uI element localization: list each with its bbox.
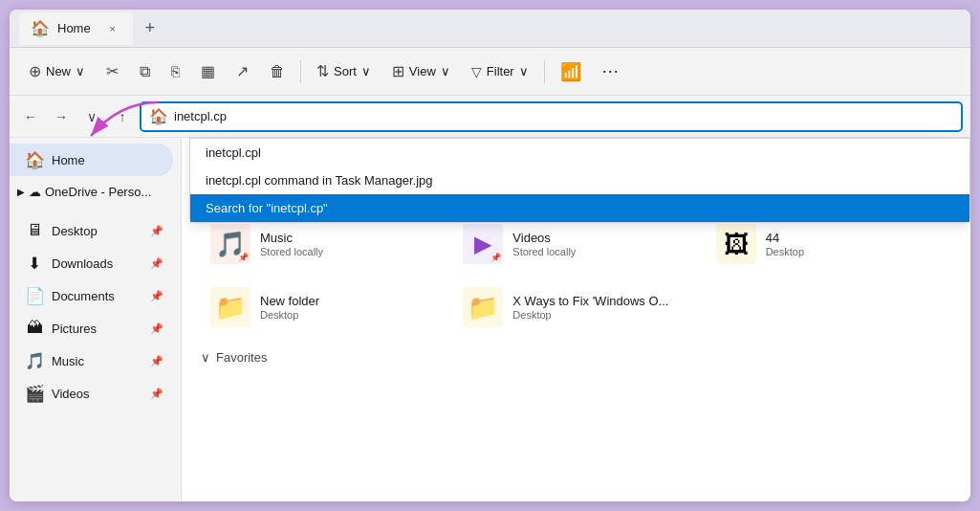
- tab-close-button[interactable]: ×: [104, 20, 121, 37]
- sidebar-desktop-label: Desktop: [52, 224, 98, 238]
- address-input[interactable]: [174, 109, 953, 123]
- sort-button[interactable]: ⇅ Sort ∨: [307, 55, 381, 89]
- rename-button[interactable]: ▦: [191, 55, 225, 89]
- folder-icon-7: 📁: [468, 293, 498, 322]
- tab-home[interactable]: 🏠 Home ×: [19, 12, 133, 45]
- folder-icon-wrap-7: 📁: [463, 287, 503, 327]
- folder-item-5[interactable]: 🖼 44 Desktop: [707, 216, 951, 272]
- folder-item-6[interactable]: 📁 New folder Desktop: [201, 279, 446, 335]
- folder-info-5: 44 Desktop: [766, 231, 804, 257]
- sidebar-item-downloads[interactable]: ⬇ Downloads 📌: [10, 247, 173, 279]
- cut-button[interactable]: ✂: [97, 55, 128, 89]
- sidebar-music-label: Music: [52, 354, 84, 368]
- videos-sidebar-icon: 🎬: [25, 384, 44, 404]
- favorites-section-header[interactable]: ∨ Favorites: [201, 350, 951, 365]
- sidebar-item-pictures[interactable]: 🏔 Pictures 📌: [10, 312, 173, 344]
- sidebar-onedrive-label: OneDrive - Perso...: [45, 185, 151, 199]
- folder-info-4: Videos Stored locally: [512, 231, 576, 257]
- downloads-pin-icon: 📌: [150, 257, 163, 270]
- favorites-chevron: ∨: [201, 350, 210, 365]
- sidebar-expand-onedrive[interactable]: ▶ ☁ OneDrive - Perso...: [10, 176, 181, 207]
- wifi-icon: 📶: [560, 61, 581, 82]
- toolbar: ⊕ New ∨ ✂ ⧉ ⎘ ▦ ↗ 🗑 ⇅ Sort ∨ ⊞ View: [10, 48, 970, 96]
- dropdown-item-0[interactable]: inetcpl.cpl: [190, 139, 969, 167]
- folder-icon-6: 📁: [215, 293, 246, 322]
- folder-item-3[interactable]: 🎵 📌 Music Stored locally: [201, 216, 446, 272]
- file-explorer-window: 🏠 Home × + ⊕ New ∨ ✂ ⧉ ⎘ ▦ ↗ 🗑: [10, 10, 970, 501]
- folder-icon-wrap-4: ▶ 📌: [463, 224, 503, 264]
- folder-name-4: Videos: [512, 231, 576, 245]
- wifi-button[interactable]: 📶: [551, 55, 591, 89]
- folder-info-6: New folder Desktop: [260, 294, 319, 321]
- sidebar: 🏠 Home ▶ ☁ OneDrive - Perso... 🖥 Desktop…: [10, 138, 182, 501]
- folder-icon-wrap-6: 📁: [210, 287, 250, 327]
- share-button[interactable]: ↗: [227, 55, 258, 89]
- folder-name-3: Music: [260, 231, 323, 245]
- toolbar-separator-2: [544, 60, 545, 83]
- tab-home-label: Home: [57, 21, 91, 35]
- sidebar-item-desktop[interactable]: 🖥 Desktop 📌: [10, 214, 173, 247]
- up-button[interactable]: ↑: [109, 103, 136, 130]
- filter-button[interactable]: ▽ Filter ∨: [462, 55, 538, 89]
- folder-info-7: X Ways to Fix 'Windows O... Desktop: [512, 294, 668, 321]
- folder-name-5: 44: [766, 231, 804, 245]
- new-chevron: ∨: [76, 64, 85, 78]
- sort-icon: ⇅: [316, 62, 329, 80]
- view-button[interactable]: ⊞ View ∨: [382, 55, 460, 89]
- onedrive-icon: ☁: [29, 185, 41, 199]
- music-pin-icon: 📌: [150, 355, 163, 367]
- toolbar-separator-1: [300, 60, 301, 83]
- tab-home-icon: 🏠: [31, 19, 50, 37]
- desktop-sidebar-icon: 🖥: [25, 221, 44, 240]
- new-icon: ⊕: [29, 62, 41, 80]
- new-button[interactable]: ⊕ New ∨: [19, 55, 95, 89]
- folder-item-4[interactable]: ▶ 📌 Videos Stored locally: [453, 216, 698, 272]
- folder-name-6: New folder: [260, 294, 319, 308]
- home-sidebar-icon: 🏠: [25, 150, 44, 170]
- folder-sub-5: Desktop: [766, 246, 804, 257]
- folder-pin-3: 📌: [238, 253, 249, 262]
- address-bar: ← → ∨ ↑ 🏠 inetcpl.cpl inetcpl.cpl comman…: [10, 96, 970, 138]
- sidebar-item-music[interactable]: 🎵 Music 📌: [10, 344, 173, 377]
- view-chevron: ∨: [441, 64, 450, 78]
- sidebar-item-home[interactable]: 🏠 Home: [10, 144, 173, 176]
- sidebar-pictures-label: Pictures: [52, 322, 97, 336]
- back-button[interactable]: ←: [17, 103, 44, 130]
- sort-chevron: ∨: [361, 64, 371, 78]
- dropdown-item-2-label: Search for "inetcpl.cp": [206, 201, 328, 215]
- folder-name-7: X Ways to Fix 'Windows O...: [512, 294, 668, 308]
- documents-sidebar-icon: 📄: [25, 286, 44, 306]
- sidebar-home-label: Home: [52, 153, 85, 167]
- rename-icon: ▦: [201, 62, 215, 80]
- folder-icon-4: ▶: [474, 231, 491, 257]
- recent-button[interactable]: ∨: [78, 103, 105, 130]
- sidebar-item-documents[interactable]: 📄 Documents 📌: [10, 279, 173, 312]
- more-icon: ···: [602, 61, 620, 81]
- filter-chevron: ∨: [519, 64, 529, 78]
- share-icon: ↗: [236, 62, 249, 80]
- copy-button[interactable]: ⧉: [130, 55, 160, 89]
- folder-sub-7: Desktop: [512, 309, 668, 321]
- sort-label: Sort: [334, 64, 357, 78]
- view-label: View: [409, 64, 436, 78]
- more-button[interactable]: ···: [593, 55, 629, 89]
- folder-sub-6: Desktop: [260, 309, 319, 321]
- favorites-label: Favorites: [216, 350, 267, 365]
- new-tab-button[interactable]: +: [137, 15, 163, 42]
- paste-button[interactable]: ⎘: [162, 55, 189, 89]
- copy-icon: ⧉: [140, 63, 150, 80]
- address-dropdown: inetcpl.cpl inetcpl.cpl command in Task …: [189, 138, 970, 223]
- sidebar-item-videos[interactable]: 🎬 Videos 📌: [10, 377, 173, 410]
- sidebar-videos-label: Videos: [52, 387, 90, 401]
- folder-sub-3: Stored locally: [260, 246, 323, 257]
- expand-chevron: ▶: [17, 187, 25, 197]
- dropdown-item-1[interactable]: inetcpl.cpl command in Task Manager.jpg: [190, 167, 969, 194]
- forward-button[interactable]: →: [48, 103, 75, 130]
- delete-button[interactable]: 🗑: [260, 55, 294, 89]
- music-sidebar-icon: 🎵: [25, 351, 44, 371]
- folder-icon-wrap-5: 🖼: [716, 224, 756, 264]
- title-bar: 🏠 Home × +: [10, 10, 970, 48]
- address-home-icon: 🏠: [149, 107, 168, 125]
- folder-item-7[interactable]: 📁 X Ways to Fix 'Windows O... Desktop: [453, 279, 698, 335]
- dropdown-item-2[interactable]: Search for "inetcpl.cp": [190, 194, 969, 222]
